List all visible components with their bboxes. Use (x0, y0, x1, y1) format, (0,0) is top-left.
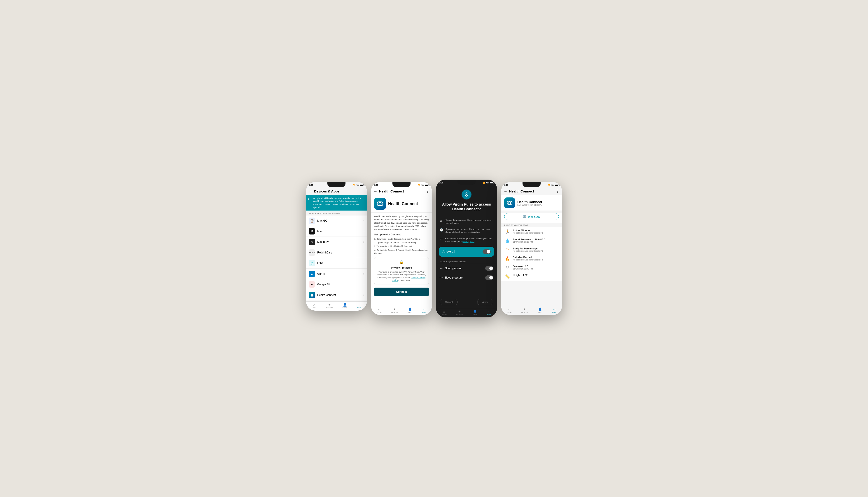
stat-name: Active Minutes (513, 229, 543, 232)
back-button[interactable]: ← (374, 189, 377, 194)
back-button[interactable]: ← (504, 189, 507, 194)
cancel-button[interactable]: Cancel (440, 299, 458, 305)
stat-row-height: 📏 Height : 1.92 (501, 272, 562, 281)
nav-item-social[interactable]: 👤 Social (473, 310, 478, 316)
device-icon: M (309, 228, 315, 235)
stat-info: Blood Pressure : 120.0/80.0 11/07/2024, … (513, 238, 545, 243)
setup-step1: 1. Download Health Connect from the Play… (374, 238, 429, 241)
list-item[interactable]: ♥ Google Fit › (306, 279, 367, 290)
device-icon: ⌚ (309, 217, 315, 224)
phone2-status-icons: 📶 72% (418, 184, 429, 186)
benefits-icon: ✦ (328, 303, 331, 307)
device-icon: ○ (309, 239, 315, 245)
nav-item-social[interactable]: 👤 Social (538, 308, 542, 313)
nav-item-benefits[interactable]: ✦ Benefits (391, 308, 398, 313)
list-item[interactable]: M Max › (306, 226, 367, 237)
sliders-icon: ⚙ (440, 219, 442, 223)
phone1-nav-bar: ⌂ Home ✦ Benefits 👤 Social ··· More (306, 301, 367, 311)
device-icon: ♥ (309, 281, 315, 287)
stat-name: Glucose : 4.0 (513, 265, 533, 268)
device-name: RethinkCare (317, 251, 363, 254)
list-item[interactable]: ○ Max Buzz › (306, 237, 367, 247)
glucose-toggle[interactable] (485, 266, 493, 271)
more-menu-button[interactable]: ⋮ (426, 189, 429, 194)
nav-item-social[interactable]: 👤 Social (343, 303, 348, 309)
phone3-notch (458, 180, 476, 185)
action-row: Cancel Allow (436, 297, 497, 308)
nav-item-benefits[interactable]: ✦ Benefits (326, 303, 333, 309)
phone2-time: 1:29 (374, 184, 378, 186)
stat-value: No data received from Google Fit (513, 250, 543, 252)
connect-button[interactable]: Connect (374, 287, 429, 296)
hc-name: Health Connect (517, 200, 542, 204)
phone3-status-icons: 📶 72% (483, 182, 494, 184)
nav-item-social[interactable]: 👤 Social (408, 308, 413, 313)
nav-item-more[interactable]: ··· More (487, 310, 491, 316)
phone4-notch (522, 182, 540, 187)
setup-step3: 3. Turn on Sync Fit with Health Connect. (374, 245, 429, 248)
battery-icon (360, 184, 364, 186)
active-minutes-icon: 🏃 (504, 229, 510, 234)
chevron-right-icon: › (363, 240, 364, 243)
phone2-screen: 1:29 📶 72% ← Health Connect ⋮ (371, 182, 432, 315)
device-name: Google Fit (317, 283, 363, 286)
nav-item-home[interactable]: ⌂ Home (507, 308, 511, 313)
body-fat-icon: % (504, 247, 510, 251)
list-item[interactable]: RCare RethinkCare › (306, 247, 367, 258)
allow-all-row[interactable]: Allow all (439, 247, 494, 257)
allow-button[interactable]: Allow (477, 299, 493, 305)
social-icon: 👤 (473, 310, 477, 313)
stat-name: Calories Burned (513, 256, 543, 259)
notification-banner: Google Fit will be discontinued in early… (306, 195, 367, 211)
hc-description: Health Connect is replacing Google Fit! … (374, 215, 429, 231)
nav-item-home[interactable]: ⌂ Home (377, 308, 381, 313)
nav-item-home[interactable]: ⌂ Home (312, 303, 316, 309)
stat-info: Height : 1.92 (513, 274, 527, 276)
hc-logo4 (504, 197, 515, 208)
stat-row-glucose: ⬡ Glucose : 4.0 11/14/2024, 02:42 PM (501, 263, 562, 272)
chevron-right-icon: › (363, 283, 364, 286)
list-item[interactable]: ⌚ Max GO › (306, 215, 367, 226)
back-button[interactable]: ← (309, 189, 312, 193)
permission-row-glucose: 〰 Blood glucose (436, 264, 497, 273)
sync-stats-button[interactable]: 🔄 Sync Stats (504, 213, 559, 220)
device-icon: ▲ (309, 271, 315, 277)
phone3: 1:29 📶 72% Allow Virgin Pulse to access … (436, 180, 497, 317)
scene: 1:29 📶 72% ← Devices & Apps Google Fit w… (297, 171, 571, 326)
chevron-right-icon: › (363, 230, 364, 233)
nav-label-home: Home (507, 311, 511, 313)
nav-label-benefits: Benefits (521, 311, 528, 313)
info-text-3: You can learn how Virgin Pulse handles y… (445, 237, 493, 243)
info-item-3: 🛡 You can learn how Virgin Pulse handles… (436, 236, 497, 245)
svg-point-2 (466, 194, 467, 195)
more-menu-button[interactable]: ⋮ (556, 189, 559, 194)
nav-item-home[interactable]: ⌂ Home (442, 310, 446, 316)
stat-row-body-fat: % Body Fat Percentage No data received f… (501, 245, 562, 254)
chevron-right-icon: › (363, 261, 364, 265)
allow-all-toggle[interactable] (482, 250, 491, 254)
list-item[interactable]: ⬡ Fitbit › (306, 258, 367, 269)
device-name: Health Connect (317, 294, 363, 297)
list-item[interactable]: ▲ Garmin › (306, 269, 367, 279)
stat-info: Body Fat Percentage No data received fro… (513, 247, 543, 252)
sync-icon: 🔄 (523, 215, 526, 218)
phone1-time: 1:29 (309, 184, 313, 186)
nav-item-more[interactable]: ··· More (357, 303, 361, 309)
device-icon: RCare (309, 250, 315, 256)
privacy-policy-link[interactable]: privacy policy (462, 240, 475, 243)
social-icon: 👤 (538, 308, 542, 311)
stat-value: 11/07/2024, 06:19 PM (513, 241, 545, 243)
bp-toggle[interactable] (485, 275, 493, 280)
nav-item-benefits[interactable]: ✦ Benefits (457, 310, 463, 316)
perm-left: 〰 Blood glucose (440, 267, 461, 270)
list-item[interactable]: ⬤ Health Connect › (306, 290, 367, 300)
device-icon: ⬡ (309, 260, 315, 266)
health-connect-logo-icon (377, 200, 384, 207)
nav-label-home: Home (377, 311, 381, 313)
glucose-icon: ⬡ (504, 265, 510, 269)
nav-item-more[interactable]: ··· More (552, 308, 556, 313)
nav-item-more[interactable]: ··· More (422, 308, 426, 313)
nav-item-benefits[interactable]: ✦ Benefits (521, 308, 528, 313)
stat-name: Blood Pressure : 120.0/80.0 (513, 238, 545, 241)
stat-value: 11/14/2024, 02:42 PM (513, 268, 533, 270)
